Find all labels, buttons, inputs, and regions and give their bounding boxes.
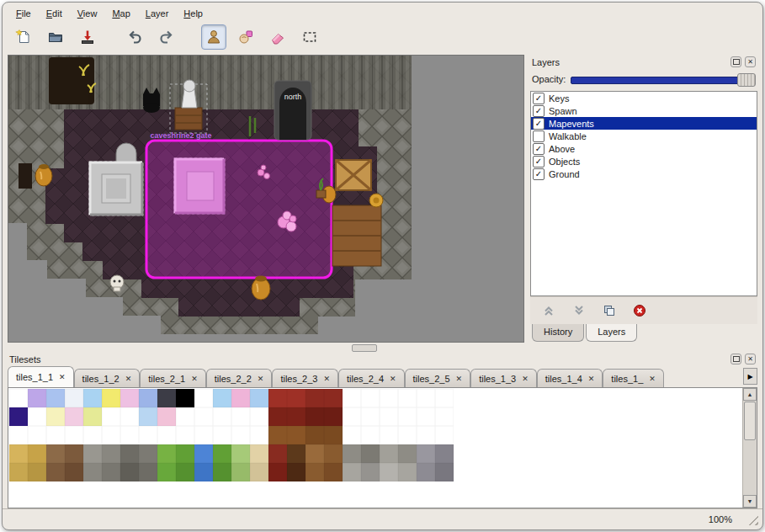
layer-visibility-checkbox[interactable]: ✓ xyxy=(533,93,545,104)
layer-visibility-checkbox[interactable]: ✓ xyxy=(533,105,545,117)
close-tab-icon[interactable]: ✕ xyxy=(456,375,463,383)
tile-2-15[interactable] xyxy=(287,426,305,444)
tile-4-13[interactable] xyxy=(250,463,268,481)
close-tab-icon[interactable]: ✕ xyxy=(390,375,396,383)
tile-2-14[interactable] xyxy=(268,426,287,444)
layer-row-keys[interactable]: ✓Keys xyxy=(531,92,757,104)
undo-button[interactable] xyxy=(122,24,147,50)
tileset-tab-tiles_1_1[interactable]: tiles_1_1✕ xyxy=(8,366,74,387)
scrollbar-track[interactable] xyxy=(743,401,757,495)
scroll-up-button[interactable]: ▲ xyxy=(743,388,757,401)
opacity-slider[interactable] xyxy=(571,72,756,86)
tile-0-23[interactable] xyxy=(435,389,454,407)
tile-1-6[interactable] xyxy=(120,407,139,426)
tile-3-0[interactable] xyxy=(9,444,28,463)
layer-row-objects[interactable]: ✓Objects xyxy=(531,155,757,168)
open-button[interactable] xyxy=(43,24,68,50)
tile-2-22[interactable] xyxy=(417,426,435,444)
tile-2-20[interactable] xyxy=(380,426,398,444)
tile-2-2[interactable] xyxy=(46,426,65,444)
tile-0-18[interactable] xyxy=(343,389,361,407)
tile-1-7[interactable] xyxy=(139,407,157,426)
tile-0-3[interactable] xyxy=(65,389,83,407)
tile-1-23[interactable] xyxy=(435,407,454,426)
tile-4-11[interactable] xyxy=(213,463,231,481)
tile-2-18[interactable] xyxy=(343,426,361,444)
tile-0-22[interactable] xyxy=(417,389,435,407)
tile-3-10[interactable] xyxy=(194,444,213,463)
layer-row-ground[interactable]: ✓Ground xyxy=(531,168,757,180)
tile-2-5[interactable] xyxy=(102,426,120,444)
tile-1-12[interactable] xyxy=(231,407,250,426)
tile-0-16[interactable] xyxy=(305,389,324,407)
layer-visibility-checkbox[interactable]: ✓ xyxy=(533,168,545,180)
tileset-tab-tiles_2_5[interactable]: tiles_2_5✕ xyxy=(405,369,471,387)
tile-2-19[interactable] xyxy=(361,426,380,444)
tile-4-12[interactable] xyxy=(231,463,250,481)
layer-visibility-checkbox[interactable]: ✓ xyxy=(533,156,545,168)
tile-0-12[interactable] xyxy=(231,389,250,407)
tile-4-5[interactable] xyxy=(102,463,120,481)
tile-1-17[interactable] xyxy=(324,407,343,426)
tileset-tab-tiles_2_3[interactable]: tiles_2_3✕ xyxy=(272,369,338,387)
close-tab-icon[interactable]: ✕ xyxy=(323,375,330,383)
tile-1-0[interactable] xyxy=(9,407,28,426)
tile-3-9[interactable] xyxy=(176,444,194,463)
tile-1-19[interactable] xyxy=(361,407,380,426)
tile-2-7[interactable] xyxy=(139,426,157,444)
tile-0-0[interactable] xyxy=(9,389,28,407)
tile-0-5[interactable] xyxy=(102,389,120,407)
tile-3-18[interactable] xyxy=(343,444,361,463)
tile-4-22[interactable] xyxy=(417,463,435,481)
tile-3-20[interactable] xyxy=(380,444,398,463)
tile-0-8[interactable] xyxy=(157,389,176,407)
menu-edit[interactable]: Edit xyxy=(40,7,69,20)
tile-1-14[interactable] xyxy=(268,407,287,426)
save-button[interactable] xyxy=(75,24,100,50)
tile-0-14[interactable] xyxy=(268,389,287,407)
tile-2-1[interactable] xyxy=(28,426,46,444)
tile-2-11[interactable] xyxy=(213,426,231,444)
tile-2-8[interactable] xyxy=(157,426,176,444)
tile-2-6[interactable] xyxy=(120,426,139,444)
redo-button[interactable] xyxy=(154,24,179,50)
tile-3-3[interactable] xyxy=(65,444,83,463)
tile-3-5[interactable] xyxy=(102,444,120,463)
tile-2-9[interactable] xyxy=(176,426,194,444)
close-tilesets-button[interactable]: ✕ xyxy=(745,354,756,364)
tab-history[interactable]: History xyxy=(532,324,584,342)
tile-4-4[interactable] xyxy=(83,463,102,481)
tile-0-15[interactable] xyxy=(287,389,305,407)
move-layer-up-button[interactable] xyxy=(540,302,557,319)
tile-3-15[interactable] xyxy=(287,444,305,463)
tile-2-3[interactable] xyxy=(65,426,83,444)
tile-3-19[interactable] xyxy=(361,444,380,463)
tile-3-13[interactable] xyxy=(250,444,268,463)
scrollbar-thumb[interactable] xyxy=(744,402,756,440)
tile-1-13[interactable] xyxy=(250,407,268,426)
tile-4-17[interactable] xyxy=(324,463,343,481)
tile-4-1[interactable] xyxy=(28,463,46,481)
select-tool-button[interactable] xyxy=(297,24,322,50)
tile-2-17[interactable] xyxy=(324,426,343,444)
tile-0-2[interactable] xyxy=(46,389,65,407)
tileset-tab-tiles_1_4[interactable]: tiles_1_4✕ xyxy=(537,369,603,387)
tileset-tab-tiles_2_2[interactable]: tiles_2_2✕ xyxy=(206,369,273,387)
menu-help[interactable]: Help xyxy=(177,7,210,20)
tile-3-7[interactable] xyxy=(139,444,157,463)
tile-0-6[interactable] xyxy=(120,389,139,407)
tile-0-11[interactable] xyxy=(213,389,231,407)
tileset-tab-tiles_1_3[interactable]: tiles_1_3✕ xyxy=(470,369,537,387)
tile-4-6[interactable] xyxy=(120,463,139,481)
layer-visibility-checkbox[interactable]: ✓ xyxy=(533,118,545,130)
tile-1-15[interactable] xyxy=(287,407,305,426)
tile-4-2[interactable] xyxy=(46,463,65,481)
tile-0-1[interactable] xyxy=(28,389,46,407)
menu-layer[interactable]: Layer xyxy=(139,7,176,20)
tile-2-21[interactable] xyxy=(398,426,417,444)
close-tab-icon[interactable]: ✕ xyxy=(125,375,132,383)
tile-1-16[interactable] xyxy=(305,407,324,426)
tile-1-1[interactable] xyxy=(28,407,46,426)
tile-1-3[interactable] xyxy=(65,407,83,426)
tile-4-3[interactable] xyxy=(65,463,83,481)
